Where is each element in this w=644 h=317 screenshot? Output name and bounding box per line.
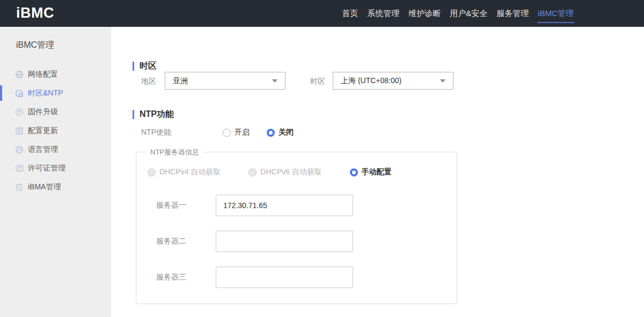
ntp-server-group-legend: NTP服务器信息 bbox=[146, 148, 203, 157]
nav-item-user-security[interactable]: 用户&安全 bbox=[449, 0, 488, 27]
ntp-enable-off-radio[interactable]: 关闭 bbox=[267, 128, 294, 137]
radio-disabled-icon bbox=[248, 168, 257, 176]
sidebar-item-ibma[interactable]: iBMA管理 bbox=[0, 178, 111, 196]
sidebar-item-license[interactable]: 许可证管理 bbox=[0, 159, 111, 178]
server-three-input[interactable] bbox=[216, 267, 353, 288]
server-three-row: 服务器三 bbox=[156, 267, 353, 288]
ibmc-logo: iBMC bbox=[16, 5, 54, 21]
timezone-label: 时区 bbox=[310, 77, 325, 86]
server-three-label: 服务器三 bbox=[156, 272, 216, 282]
config-update-icon bbox=[15, 127, 24, 135]
dhcpv4-auto-radio: DHCPv4 自动获取 bbox=[148, 167, 221, 177]
server-two-label: 服务器二 bbox=[156, 237, 216, 246]
sidebar-item-label: 许可证管理 bbox=[28, 164, 65, 173]
server-one-input[interactable] bbox=[216, 195, 353, 216]
sidebar-item-network-config[interactable]: 网络配置 bbox=[0, 65, 111, 84]
sidebar-title: iBMC管理 bbox=[16, 40, 54, 51]
dhcpv6-auto-radio: DHCPv6 自动获取 bbox=[248, 167, 321, 177]
nav-item-ibmc-management[interactable]: iBMC管理 bbox=[537, 0, 574, 27]
sidebar-item-label: 时区&NTP bbox=[28, 89, 63, 98]
sidebar-item-label: 配置更新 bbox=[28, 126, 58, 136]
server-two-input[interactable] bbox=[216, 231, 353, 252]
server-one-label: 服务器一 bbox=[156, 201, 216, 210]
sidebar-item-timezone-ntp[interactable]: 时区&NTP bbox=[0, 84, 111, 102]
region-label: 地区 bbox=[141, 77, 156, 86]
content-area: 时区 地区 亚洲 时区 上海 (UTC+08:00) NTP功能 NTP使能 开… bbox=[111, 27, 644, 317]
region-select[interactable]: 亚洲 bbox=[165, 72, 286, 90]
ntp-enable-label: NTP使能 bbox=[141, 128, 223, 137]
nav-item-services[interactable]: 服务管理 bbox=[496, 0, 529, 27]
globe-icon bbox=[15, 70, 24, 79]
ntp-enable-row: NTP使能 开启 关闭 bbox=[141, 128, 294, 137]
timezone-select-value: 上海 (UTC+08:00) bbox=[341, 76, 401, 86]
nav-item-system[interactable]: 系统管理 bbox=[367, 0, 400, 27]
sidebar-item-firmware-upgrade[interactable]: 固件升级 bbox=[0, 102, 111, 121]
sidebar: iBMC管理 网络配置 时区&NTP bbox=[0, 27, 111, 317]
radio-disabled-icon bbox=[148, 168, 156, 176]
nav-item-maintenance[interactable]: 维护诊断 bbox=[408, 0, 441, 27]
timezone-clock-icon bbox=[15, 89, 24, 98]
section-accent-bar bbox=[133, 110, 134, 119]
sidebar-menu: 网络配置 时区&NTP 固件升级 bbox=[0, 65, 111, 196]
sidebar-item-config-update[interactable]: 配置更新 bbox=[0, 121, 111, 140]
timezone-select[interactable]: 上海 (UTC+08:00) bbox=[333, 72, 453, 90]
main-nav: 首页 系统管理 维护诊断 用户&安全 服务管理 iBMC管理 bbox=[341, 0, 574, 27]
ntp-section-title: NTP功能 bbox=[133, 109, 174, 120]
ntp-enable-on-radio[interactable]: 开启 bbox=[223, 128, 250, 137]
firmware-upgrade-icon bbox=[15, 108, 24, 116]
sidebar-item-label: 网络配置 bbox=[28, 70, 58, 79]
radio-unchecked-icon bbox=[223, 129, 231, 137]
top-navbar: iBMC 首页 系统管理 维护诊断 用户&安全 服务管理 iBMC管理 bbox=[0, 0, 644, 27]
section-accent-bar bbox=[133, 62, 134, 71]
chevron-down-icon bbox=[440, 79, 445, 83]
sidebar-item-language[interactable]: 语言管理 bbox=[0, 140, 111, 159]
server-two-row: 服务器二 bbox=[156, 231, 353, 252]
sidebar-item-label: 固件升级 bbox=[28, 107, 58, 117]
language-icon bbox=[15, 145, 24, 154]
sidebar-item-label: iBMA管理 bbox=[28, 182, 61, 192]
ntp-server-mode-row: DHCPv4 自动获取 DHCPv6 自动获取 手动配置 bbox=[148, 167, 392, 177]
sidebar-item-label: 语言管理 bbox=[28, 145, 58, 154]
ibma-icon bbox=[15, 183, 24, 191]
manual-config-radio[interactable]: 手动配置 bbox=[350, 167, 392, 177]
chevron-down-icon bbox=[272, 79, 277, 83]
radio-checked-icon bbox=[267, 129, 275, 137]
ntp-server-group: NTP服务器信息 DHCPv4 自动获取 DHCPv6 自动获取 手动配置 服务… bbox=[136, 152, 457, 304]
license-icon bbox=[15, 164, 24, 173]
timezone-section-title: 时区 bbox=[133, 61, 157, 72]
nav-item-home[interactable]: 首页 bbox=[341, 0, 358, 27]
server-one-row: 服务器一 bbox=[156, 195, 353, 216]
region-select-value: 亚洲 bbox=[173, 76, 188, 86]
radio-checked-icon bbox=[350, 168, 358, 176]
